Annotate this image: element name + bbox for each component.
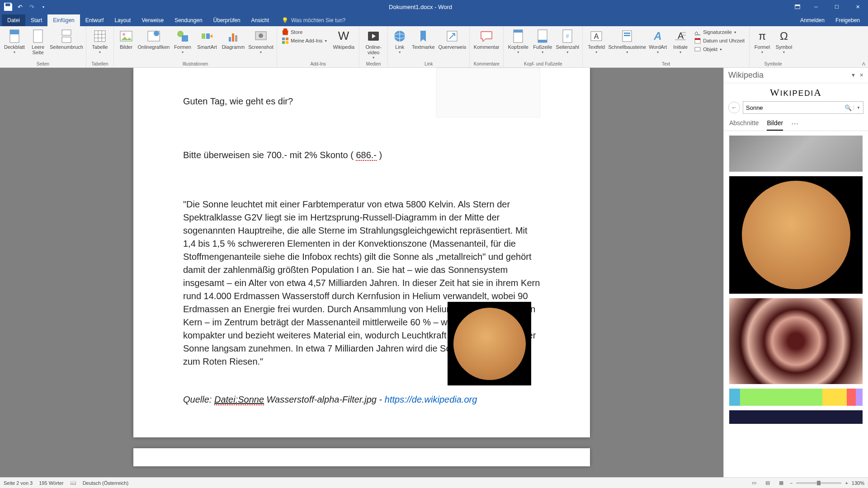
proofing-icon[interactable]: 📖 <box>70 480 76 486</box>
screenshot-button[interactable]: Screenshot▼ <box>248 27 274 54</box>
status-page[interactable]: Seite 2 von 3 <box>4 480 33 486</box>
svg-rect-25 <box>282 38 285 40</box>
tabelle-button[interactable]: Tabelle▼ <box>89 27 111 54</box>
zoom-out-icon[interactable]: − <box>790 480 793 486</box>
svg-text:A: A <box>594 33 599 40</box>
tab-start[interactable]: Start <box>25 14 47 26</box>
wiki-back-button[interactable]: ← <box>728 102 740 113</box>
svg-rect-21 <box>232 33 234 42</box>
wiki-pane-options-icon[interactable]: ▼ <box>851 72 856 78</box>
wiki-tabs: Abschnitte Bilder ⋯ <box>724 117 868 131</box>
tab-ansicht[interactable]: Ansicht <box>246 14 274 26</box>
kopfzeile-button[interactable]: Kopfzeile▼ <box>506 27 530 54</box>
paragraph-invoice[interactable]: Bitte überweisen sie 700.- mit 2% Skonto… <box>183 149 540 162</box>
tab-datei[interactable]: Datei <box>2 14 25 26</box>
qat-customize-icon[interactable]: ▾ <box>38 1 49 12</box>
wikipedia-button[interactable]: WWikipedia <box>331 27 356 50</box>
tab-layout[interactable]: Layout <box>109 14 136 26</box>
seitenzahl-button[interactable]: #Seitenzahl▼ <box>555 27 580 54</box>
smartart-button[interactable]: SmartArt <box>195 27 219 50</box>
document-canvas[interactable]: Guten Tag, wie geht es dir? Bitte überwe… <box>0 68 723 477</box>
wiki-images-list[interactable] <box>724 131 868 477</box>
symbol-button[interactable]: ΩSymbol▼ <box>774 27 794 54</box>
signaturzeile-button[interactable]: Signaturzeile ▼ <box>692 28 746 36</box>
seitenumbruch-button[interactable]: Seitenumbruch <box>50 27 83 50</box>
textfeld-button[interactable]: ATextfeld▼ <box>585 27 607 54</box>
objekt-button[interactable]: Objekt ▼ <box>692 45 746 53</box>
video-icon <box>366 29 381 43</box>
querverweis-button[interactable]: Querverweis <box>438 27 467 50</box>
kommentar-button[interactable]: Kommentar <box>472 27 500 50</box>
embedded-screenshot-thumb[interactable] <box>436 68 540 117</box>
search-dropdown-icon[interactable]: ▼ <box>854 106 860 110</box>
undo-icon[interactable]: ↶ <box>14 1 25 12</box>
svg-point-15 <box>154 31 159 36</box>
wiki-tab-more-icon[interactable]: ⋯ <box>791 119 799 131</box>
search-icon[interactable]: 🔍 <box>843 104 854 111</box>
save-icon[interactable] <box>3 1 14 12</box>
wiki-image-5[interactable] <box>729 410 863 424</box>
leere-seite-button[interactable]: Leere Seite <box>28 27 48 55</box>
fusszeile-button[interactable]: Fußzeile▼ <box>532 27 553 54</box>
quick-access-toolbar: ↶ ↷ ▾ <box>0 1 52 12</box>
redo-icon[interactable]: ↷ <box>26 1 37 12</box>
bilder-button[interactable]: Bilder <box>117 27 136 50</box>
view-web-icon[interactable]: ▦ <box>776 479 786 487</box>
tab-verweise[interactable]: Verweise <box>136 14 169 26</box>
maximize-icon[interactable]: ☐ <box>826 0 847 14</box>
wiki-image-1[interactable] <box>729 136 863 172</box>
svg-rect-54 <box>695 47 700 51</box>
formen-button[interactable]: Formen▼ <box>172 27 193 54</box>
zoom-in-icon[interactable]: + <box>845 480 848 486</box>
wordart-button[interactable]: AWordArt▼ <box>647 27 669 54</box>
anmelden-link[interactable]: Anmelden <box>796 14 829 26</box>
signature-icon <box>694 28 701 36</box>
wiki-image-4[interactable] <box>729 389 863 406</box>
wiki-image-3[interactable] <box>729 298 863 384</box>
close-icon[interactable]: ✕ <box>847 0 868 14</box>
deckblatt-button[interactable]: Deckblatt▼ <box>3 27 26 54</box>
tab-sendungen[interactable]: Sendungen <box>169 14 208 26</box>
wiki-image-2[interactable] <box>729 176 863 294</box>
onlinegrafiken-button[interactable]: Onlinegrafiken <box>137 27 170 50</box>
link-button[interactable]: Link▼ <box>391 27 409 54</box>
svg-point-24 <box>259 33 263 38</box>
freigeben-button[interactable]: Freigeben <box>831 14 864 26</box>
datum-button[interactable]: Datum und Uhrzeit <box>692 37 746 45</box>
ribbon-display-options-icon[interactable] <box>789 0 806 14</box>
diagramm-button[interactable]: Diagramm <box>221 27 246 50</box>
source-link[interactable]: https://de.wikipedia.org <box>385 394 477 404</box>
initiale-button[interactable]: AInitiale▼ <box>670 27 690 54</box>
view-read-icon[interactable]: ▭ <box>749 479 759 487</box>
wiki-tab-abschnitte[interactable]: Abschnitte <box>729 119 759 131</box>
minimize-icon[interactable]: ─ <box>806 0 826 14</box>
svg-rect-26 <box>286 38 288 40</box>
ribbon-group-seiten: Deckblatt▼ Leere Seite Seitenumbruch Sei… <box>0 26 86 67</box>
tell-me-search[interactable]: 💡 Was möchten Sie tun? <box>282 17 345 26</box>
tab-einfuegen[interactable]: Einfügen <box>47 14 80 26</box>
textmarke-button[interactable]: Textmarke <box>410 27 436 50</box>
wiki-search-input[interactable] <box>746 104 843 111</box>
zoom-level[interactable]: 130% <box>852 480 864 486</box>
collapse-ribbon-icon[interactable]: ᐱ <box>862 61 865 66</box>
svg-rect-7 <box>94 31 105 42</box>
page-break-icon <box>59 29 74 43</box>
meine-addins-button[interactable]: Meine Add-Ins ▼ <box>280 37 329 45</box>
formel-button[interactable]: πFormel▼ <box>752 27 772 54</box>
paragraph-source[interactable]: Quelle: Datei:Sonne Wasserstoff-alpha-Fi… <box>183 393 540 406</box>
onlinevideo-button[interactable]: Online-video▼ <box>362 27 385 59</box>
inserted-sun-image[interactable] <box>448 302 531 385</box>
status-wordcount[interactable]: 195 Wörter <box>39 480 63 486</box>
wiki-search-box[interactable]: 🔍 ▼ <box>743 101 863 114</box>
store-button[interactable]: Store <box>280 28 329 36</box>
wiki-tab-bilder[interactable]: Bilder <box>767 119 783 131</box>
view-print-icon[interactable]: ▤ <box>763 479 773 487</box>
svg-text:A: A <box>654 30 662 42</box>
tab-ueberpruefen[interactable]: Überprüfen <box>208 14 246 26</box>
wiki-pane-close-icon[interactable]: ✕ <box>859 72 863 78</box>
schnellbausteine-button[interactable]: Schnellbausteine▼ <box>609 27 645 54</box>
blank-page-icon <box>31 29 45 43</box>
tab-entwurf[interactable]: Entwurf <box>80 14 109 26</box>
status-language[interactable]: Deutsch (Österreich) <box>83 480 128 486</box>
zoom-slider[interactable] <box>796 482 841 484</box>
